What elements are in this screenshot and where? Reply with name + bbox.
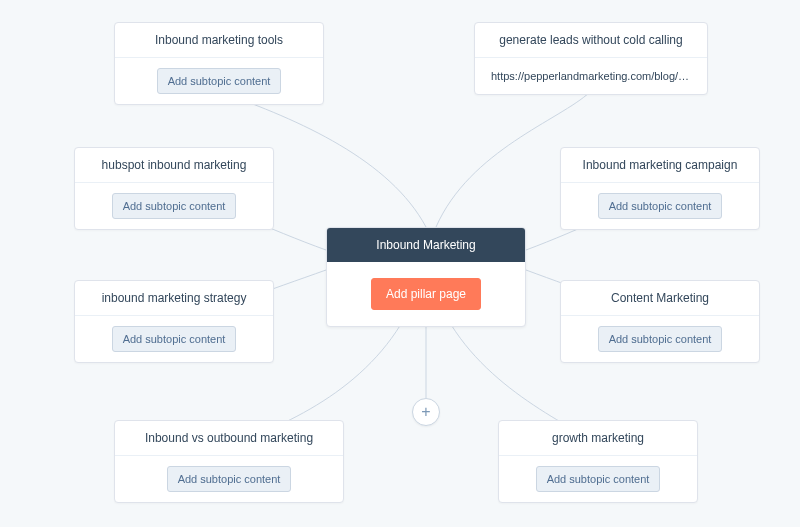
subtopic-node-inbound-marketing-tools[interactable]: Inbound marketing tools Add subtopic con…	[114, 22, 324, 105]
plus-icon: +	[421, 403, 430, 421]
subtopic-node-growth-marketing[interactable]: growth marketing Add subtopic content	[498, 420, 698, 503]
subtopic-title: Inbound vs outbound marketing	[115, 421, 343, 456]
add-pillar-page-button[interactable]: Add pillar page	[371, 278, 481, 310]
subtopic-url[interactable]: https://pepperlandmarketing.com/blog/9…	[487, 68, 695, 84]
subtopic-title: Content Marketing	[561, 281, 759, 316]
subtopic-title: Inbound marketing campaign	[561, 148, 759, 183]
add-subtopic-content-button[interactable]: Add subtopic content	[598, 193, 723, 219]
subtopic-title: hubspot inbound marketing	[75, 148, 273, 183]
add-subtopic-node-button[interactable]: +	[412, 398, 440, 426]
subtopic-title: inbound marketing strategy	[75, 281, 273, 316]
subtopic-node-inbound-vs-outbound[interactable]: Inbound vs outbound marketing Add subtop…	[114, 420, 344, 503]
pillar-topic-node[interactable]: Inbound Marketing Add pillar page	[326, 227, 526, 327]
subtopic-node-inbound-strategy[interactable]: inbound marketing strategy Add subtopic …	[74, 280, 274, 363]
subtopic-title: growth marketing	[499, 421, 697, 456]
pillar-topic-body: Add pillar page	[327, 262, 525, 326]
add-subtopic-content-button[interactable]: Add subtopic content	[112, 193, 237, 219]
subtopic-node-inbound-campaign[interactable]: Inbound marketing campaign Add subtopic …	[560, 147, 760, 230]
add-subtopic-content-button[interactable]: Add subtopic content	[536, 466, 661, 492]
subtopic-node-hubspot-inbound[interactable]: hubspot inbound marketing Add subtopic c…	[74, 147, 274, 230]
add-subtopic-content-button[interactable]: Add subtopic content	[112, 326, 237, 352]
add-subtopic-content-button[interactable]: Add subtopic content	[157, 68, 282, 94]
add-subtopic-content-button[interactable]: Add subtopic content	[167, 466, 292, 492]
subtopic-title: generate leads without cold calling	[475, 23, 707, 58]
subtopic-node-content-marketing[interactable]: Content Marketing Add subtopic content	[560, 280, 760, 363]
subtopic-title: Inbound marketing tools	[115, 23, 323, 58]
pillar-topic-title: Inbound Marketing	[327, 228, 525, 262]
topic-cluster-canvas: Inbound Marketing Add pillar page Inboun…	[0, 0, 800, 527]
subtopic-node-generate-leads[interactable]: generate leads without cold calling http…	[474, 22, 708, 95]
add-subtopic-content-button[interactable]: Add subtopic content	[598, 326, 723, 352]
